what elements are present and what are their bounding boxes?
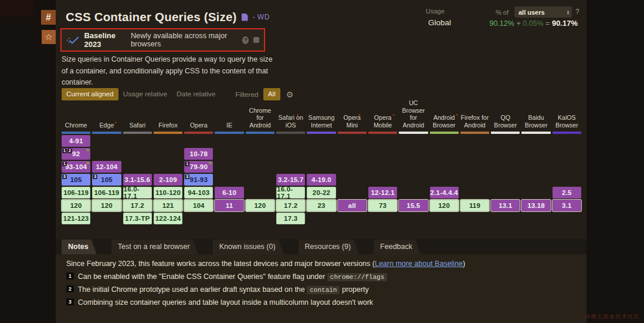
filter-current-aligned[interactable]: Current aligned <box>62 88 118 100</box>
note-badges: 1 <box>62 162 67 166</box>
browser-color-bar <box>123 132 152 134</box>
plus-sign: + <box>516 19 520 28</box>
flag-icon: ⚑ <box>86 148 90 153</box>
support-cell[interactable]: 13.1 <box>491 200 520 211</box>
filter-row: Current aligned Usage relative Date rela… <box>62 88 293 100</box>
support-cell[interactable]: 104 <box>184 200 213 211</box>
filter-usage-relative[interactable]: Usage relative <box>118 88 172 100</box>
support-cell[interactable]: 15.5 <box>399 200 428 211</box>
support-cell[interactable]: 6-10 <box>215 187 243 198</box>
browser-header[interactable]: Firefox <box>154 122 182 131</box>
browser-header[interactable]: Samsung Internet <box>307 114 335 130</box>
support-cell[interactable]: 12-104 <box>92 161 121 173</box>
support-cell[interactable]: 2.5 <box>553 187 581 198</box>
baseline-status-text: Newly available across major browsers <box>131 32 238 48</box>
browser-header[interactable]: Opera Mini* <box>338 114 367 130</box>
support-cell[interactable]: 106-119 <box>62 187 90 198</box>
baseline-learn-more-link[interactable]: Learn more about Baseline <box>375 260 463 268</box>
caniuse-page: # ☆ CSS Container Queries (Size) - WD Us… <box>0 0 644 323</box>
support-cell[interactable]: 3.2-15.7 <box>276 174 305 186</box>
support-cell[interactable]: 1053 <box>62 174 90 186</box>
browser-header[interactable]: Chrome <box>62 122 90 131</box>
support-cell[interactable]: 3.1 <box>553 200 581 211</box>
support-cell[interactable]: 120 <box>430 200 459 211</box>
support-cell[interactable]: all <box>338 200 367 211</box>
tab-strip: NotesTest on a real browserKnown issues … <box>56 239 587 254</box>
permalink-hash-button[interactable]: # <box>41 10 56 25</box>
note-text: Can be enabled with the "Enable CSS Cont… <box>78 272 327 281</box>
support-cell[interactable]: 17.2 <box>276 200 305 211</box>
browser-color-bar <box>62 132 90 134</box>
support-cell[interactable]: 120 <box>246 200 274 211</box>
support-cell[interactable]: 20-22 <box>307 187 335 198</box>
support-cell[interactable]: 2-109 <box>154 174 182 186</box>
support-cell[interactable]: 122-124 <box>154 213 182 224</box>
baseline-comment-icon[interactable] <box>253 37 259 43</box>
gear-icon[interactable]: ⚙ <box>286 90 294 99</box>
note-code: chrome://flags <box>327 273 387 281</box>
browser-header[interactable]: QQ Browser <box>491 114 520 130</box>
support-cell[interactable]: 13.18 <box>521 200 550 211</box>
browser-header[interactable]: Chrome for Android <box>246 107 274 131</box>
support-cell[interactable]: 119 <box>460 200 489 211</box>
support-cell[interactable]: 16.0-17.1 <box>123 187 152 198</box>
tab-feedback[interactable]: Feedback <box>374 240 421 254</box>
support-cell[interactable]: 17.3 <box>276 213 305 224</box>
corner-tint <box>0 0 34 16</box>
usage-asterisk: * <box>297 113 299 119</box>
browser-header[interactable]: Safari on iOS* <box>276 114 305 130</box>
support-cell[interactable]: 12-12.1 <box>368 187 397 198</box>
support-cell[interactable]: 2.1-4.4.4 <box>430 187 459 198</box>
support-cell[interactable]: 23 <box>307 200 335 211</box>
browser-color-bar <box>430 132 459 134</box>
support-cell[interactable]: 17.2 <box>123 200 152 211</box>
tab-known-issues-0-[interactable]: Known issues (0) <box>213 240 284 254</box>
browser-header[interactable]: Baidu Browser <box>521 114 550 130</box>
favorite-star-button[interactable]: ☆ <box>42 30 56 44</box>
support-cell[interactable]: 4-91 <box>62 135 90 147</box>
support-cell[interactable]: 94-103 <box>184 187 213 198</box>
percent-of-label: % of <box>496 9 509 16</box>
support-cell[interactable]: 16.0-17.1 <box>276 187 305 198</box>
support-cell[interactable]: 110-120 <box>154 187 182 198</box>
usage-supported: 90.12% <box>489 19 514 28</box>
support-cell[interactable]: 106-119 <box>92 187 121 198</box>
browser-header[interactable]: Opera Mobile* <box>368 114 397 130</box>
tab-resources-9-[interactable]: Resources (9) <box>299 240 360 254</box>
filter-date-relative[interactable]: Date relative <box>172 88 220 100</box>
support-cell[interactable]: 91-933 <box>184 174 213 186</box>
support-cell[interactable]: 120 <box>92 200 121 211</box>
browser-header[interactable]: Android Browser* <box>430 114 459 130</box>
browser-color-bar <box>553 132 581 134</box>
baseline-help-icon[interactable]: ? <box>242 36 249 44</box>
support-cell[interactable]: 121-123 <box>62 213 90 224</box>
usage-scope-select[interactable]: all users ▲▼ <box>514 6 572 18</box>
support-cell[interactable]: 1053 <box>92 174 121 186</box>
usage-help-button[interactable]: ? <box>575 8 579 16</box>
support-cell[interactable]: 79-901⚑ <box>184 161 213 173</box>
browser-header[interactable]: Opera <box>184 122 213 131</box>
support-cell[interactable]: 10-78 <box>184 148 213 160</box>
tab-notes[interactable]: Notes <box>62 240 97 254</box>
support-cell[interactable]: 93-1041⚑ <box>62 161 90 173</box>
support-cell[interactable]: 73 <box>368 200 397 211</box>
support-cell[interactable]: 121 <box>154 200 182 211</box>
support-cell[interactable]: 9212⚑ <box>62 148 90 160</box>
browser-header[interactable]: IE <box>215 122 243 131</box>
note-number-badge: 2 <box>66 285 74 292</box>
filter-all-button[interactable]: All <box>263 88 280 100</box>
support-cell[interactable]: 11 <box>215 200 243 211</box>
support-cell[interactable]: 3.1-15.6 <box>123 174 152 186</box>
browser-header[interactable]: Safari <box>123 122 152 131</box>
browser-header[interactable]: KaiOS Browser <box>553 114 581 130</box>
browser-header[interactable]: Firefox for Android <box>460 114 489 130</box>
support-cell[interactable]: 120 <box>62 200 90 211</box>
watermark: @稀土掘金技术社区 <box>584 313 640 321</box>
support-cell[interactable]: 4-19.0 <box>307 174 335 186</box>
browser-header[interactable]: UC Browser for Android <box>399 99 428 130</box>
support-cell[interactable]: 17.3-TP <box>123 213 152 224</box>
note-item: 2The initial Chrome prototype used an ea… <box>66 285 369 294</box>
browser-header[interactable]: Edge* <box>92 122 121 131</box>
spec-status-label[interactable]: - WD <box>253 13 270 21</box>
tab-test-on-a-real-browser[interactable]: Test on a real browser <box>111 240 198 254</box>
